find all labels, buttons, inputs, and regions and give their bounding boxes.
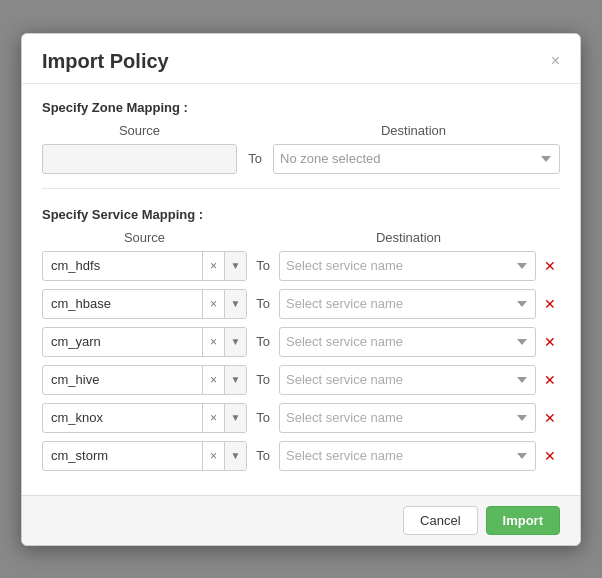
service-remove-button[interactable]: ✕	[540, 258, 560, 274]
service-to-label: To	[251, 296, 275, 311]
service-source-clear[interactable]: ×	[202, 328, 224, 356]
service-source-wrapper: cm_hive × ▼	[42, 365, 247, 395]
service-source-value: cm_knox	[43, 410, 202, 425]
service-remove-button[interactable]: ✕	[540, 372, 560, 388]
zone-source-input[interactable]	[42, 144, 237, 174]
service-source-header: Source	[42, 230, 247, 245]
service-source-value: cm_hive	[43, 372, 202, 387]
zone-to-label: To	[243, 151, 267, 166]
service-source-value: cm_hbase	[43, 296, 202, 311]
service-row: cm_yarn × ▼ To Select service name ✕	[42, 327, 560, 357]
modal-header: Import Policy ×	[22, 34, 580, 84]
service-source-value: cm_storm	[43, 448, 202, 463]
service-dest-select[interactable]: Select service name	[279, 251, 536, 281]
service-to-label: To	[251, 258, 275, 273]
service-dest-select[interactable]: Select service name	[279, 365, 536, 395]
service-to-label: To	[251, 410, 275, 425]
service-source-dropdown[interactable]: ▼	[224, 366, 246, 394]
modal-footer: Cancel Import	[22, 495, 580, 545]
service-dest-select[interactable]: Select service name	[279, 441, 536, 471]
service-source-dropdown[interactable]: ▼	[224, 404, 246, 432]
service-source-clear[interactable]: ×	[202, 290, 224, 318]
service-source-dropdown[interactable]: ▼	[224, 252, 246, 280]
service-dest-select[interactable]: Select service name	[279, 289, 536, 319]
service-source-wrapper: cm_storm × ▼	[42, 441, 247, 471]
service-source-dropdown[interactable]: ▼	[224, 328, 246, 356]
service-remove-button[interactable]: ✕	[540, 334, 560, 350]
zone-dest-label: Destination	[267, 123, 560, 138]
zone-source-label: Source	[42, 123, 237, 138]
close-button[interactable]: ×	[551, 53, 560, 69]
import-button[interactable]: Import	[486, 506, 560, 535]
service-rows-container: cm_hdfs × ▼ To Select service name ✕ cm_…	[42, 251, 560, 471]
service-source-dropdown[interactable]: ▼	[224, 442, 246, 470]
service-dest-select[interactable]: Select service name	[279, 327, 536, 357]
service-source-dropdown[interactable]: ▼	[224, 290, 246, 318]
service-col-headers: Source Destination	[42, 230, 560, 245]
service-source-value: cm_yarn	[43, 334, 202, 349]
import-policy-modal: Import Policy × Specify Zone Mapping : S…	[21, 33, 581, 546]
service-to-label: To	[251, 448, 275, 463]
zone-mapping-section: Specify Zone Mapping : Source Destinatio…	[42, 100, 560, 189]
service-remove-button[interactable]: ✕	[540, 448, 560, 464]
service-source-wrapper: cm_hbase × ▼	[42, 289, 247, 319]
service-row: cm_storm × ▼ To Select service name ✕	[42, 441, 560, 471]
service-source-wrapper: cm_hdfs × ▼	[42, 251, 247, 281]
service-dest-header: Destination	[277, 230, 540, 245]
zone-dest-select[interactable]: No zone selected	[273, 144, 560, 174]
service-source-wrapper: cm_yarn × ▼	[42, 327, 247, 357]
zone-row: To No zone selected	[42, 144, 560, 174]
service-source-clear[interactable]: ×	[202, 404, 224, 432]
service-remove-button[interactable]: ✕	[540, 410, 560, 426]
zone-mapping-title: Specify Zone Mapping :	[42, 100, 560, 115]
service-source-clear[interactable]: ×	[202, 442, 224, 470]
service-source-clear[interactable]: ×	[202, 252, 224, 280]
cancel-button[interactable]: Cancel	[403, 506, 477, 535]
zone-col-headers: Source Destination	[42, 123, 560, 138]
modal-body: Specify Zone Mapping : Source Destinatio…	[22, 84, 580, 495]
service-source-wrapper: cm_knox × ▼	[42, 403, 247, 433]
service-row: cm_hdfs × ▼ To Select service name ✕	[42, 251, 560, 281]
service-dest-select[interactable]: Select service name	[279, 403, 536, 433]
service-mapping-title: Specify Service Mapping :	[42, 207, 560, 222]
service-to-label: To	[251, 372, 275, 387]
service-row: cm_knox × ▼ To Select service name ✕	[42, 403, 560, 433]
service-source-value: cm_hdfs	[43, 258, 202, 273]
service-to-label: To	[251, 334, 275, 349]
modal-title: Import Policy	[42, 50, 169, 73]
service-row: cm_hbase × ▼ To Select service name ✕	[42, 289, 560, 319]
service-mapping-section: Specify Service Mapping : Source Destina…	[42, 207, 560, 471]
service-remove-button[interactable]: ✕	[540, 296, 560, 312]
service-row: cm_hive × ▼ To Select service name ✕	[42, 365, 560, 395]
service-source-clear[interactable]: ×	[202, 366, 224, 394]
